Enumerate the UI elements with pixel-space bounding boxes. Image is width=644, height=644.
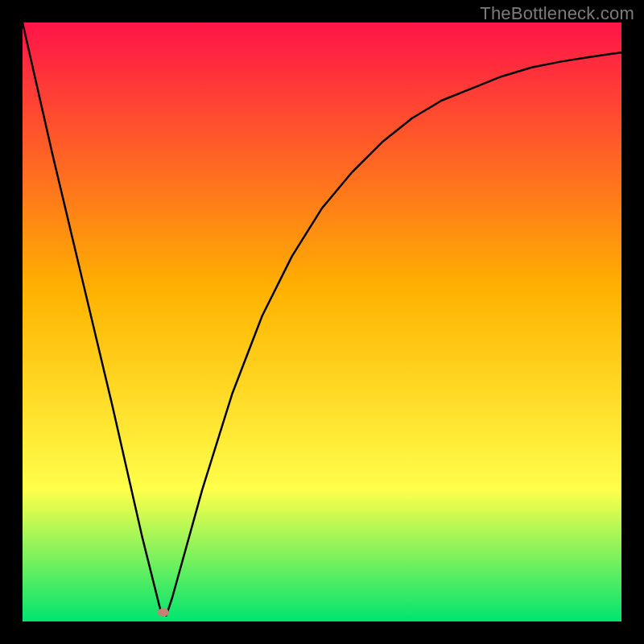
- optimal-marker: [158, 609, 169, 617]
- plot-area: [23, 23, 621, 621]
- gradient-background: [23, 23, 621, 621]
- chart-container: TheBottleneck.com: [0, 0, 644, 644]
- chart-svg: [23, 23, 621, 621]
- watermark-text: TheBottleneck.com: [480, 3, 634, 24]
